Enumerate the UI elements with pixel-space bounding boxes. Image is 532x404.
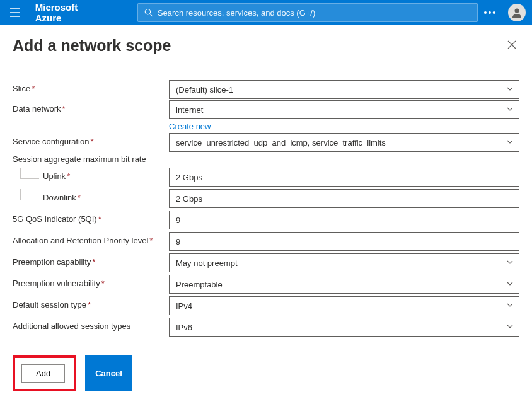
data-network-dropdown[interactable]: internet [169, 100, 519, 119]
person-icon [511, 6, 523, 19]
arp-value: 9 [176, 237, 180, 246]
service-config-dropdown[interactable]: service_unrestricted_udp_and_icmp, servi… [169, 133, 519, 152]
downlink-value: 2 Gbps [176, 194, 202, 204]
uplink-input[interactable]: 2 Gbps [169, 168, 519, 187]
chevron-down-icon [506, 301, 514, 311]
default-session-label: Default session type [13, 300, 86, 309]
chevron-down-icon [506, 323, 514, 332]
service-config-value: service_unrestricted_udp_and_icmp, servi… [176, 138, 386, 147]
data-network-value: internet [176, 105, 203, 115]
chevron-down-icon [506, 280, 514, 289]
more-menu-icon[interactable]: ••• [478, 8, 504, 18]
close-icon [507, 40, 517, 50]
svg-point-0 [145, 9, 150, 14]
uplink-value: 2 Gbps [176, 173, 202, 182]
arp-input[interactable]: 9 [169, 232, 519, 251]
chevron-down-icon [506, 258, 514, 268]
qos-value: 9 [176, 216, 180, 225]
additional-session-label: Additional allowed session types [13, 321, 130, 331]
data-network-label: Data network [13, 104, 61, 113]
hamburger-menu-icon[interactable] [6, 4, 24, 21]
chevron-down-icon [506, 85, 514, 95]
svg-point-2 [515, 9, 519, 13]
svg-line-1 [149, 14, 152, 16]
qos-label: 5G QoS Indicator (5QI) [13, 214, 97, 224]
add-network-scope-panel: Add a network scope Slice* (Default) sli… [0, 25, 532, 338]
chevron-down-icon [506, 105, 514, 115]
search-icon [144, 8, 153, 17]
cancel-button[interactable]: Cancel [85, 355, 132, 391]
brand-label: Microsoft Azure [35, 2, 106, 23]
qos-input[interactable]: 9 [169, 211, 519, 229]
user-avatar[interactable] [508, 4, 526, 21]
slice-label: Slice [13, 84, 30, 93]
default-session-dropdown[interactable]: IPv4 [169, 296, 519, 315]
preempt-cap-value: May not preempt [176, 258, 238, 268]
global-search[interactable] [137, 3, 478, 22]
close-button[interactable] [504, 37, 519, 55]
search-input[interactable] [158, 8, 471, 18]
top-navigation-bar: Microsoft Azure ••• [0, 0, 532, 25]
slice-dropdown[interactable]: (Default) slice-1 [169, 80, 519, 99]
arp-label: Allocation and Retention Priority level [13, 236, 148, 245]
additional-session-value: IPv6 [176, 323, 192, 332]
add-button-highlight: Add [13, 355, 76, 391]
preempt-vuln-label: Preemption vulnerability [13, 279, 100, 288]
uplink-label: Uplink [43, 171, 66, 182]
additional-session-dropdown[interactable]: IPv6 [169, 318, 519, 337]
default-session-value: IPv4 [176, 301, 192, 311]
preempt-cap-label: Preemption capability [13, 257, 91, 267]
preempt-vuln-dropdown[interactable]: Preemptable [169, 275, 519, 294]
preempt-vuln-value: Preemptable [176, 280, 223, 289]
chevron-down-icon [506, 138, 514, 147]
required-indicator: * [32, 84, 35, 93]
service-config-label: Service configuration [13, 137, 89, 146]
downlink-input[interactable]: 2 Gbps [169, 189, 519, 208]
slice-value: (Default) slice-1 [176, 85, 233, 95]
create-new-link[interactable]: Create new [169, 122, 211, 131]
panel-title: Add a network scope [13, 37, 171, 55]
add-button[interactable]: Add [21, 364, 65, 383]
panel-footer: Add Cancel [0, 349, 145, 398]
downlink-label: Downlink [43, 193, 76, 203]
session-aggregate-label: Session aggregate maximum bit rate [13, 154, 519, 164]
preempt-cap-dropdown[interactable]: May not preempt [169, 253, 519, 272]
